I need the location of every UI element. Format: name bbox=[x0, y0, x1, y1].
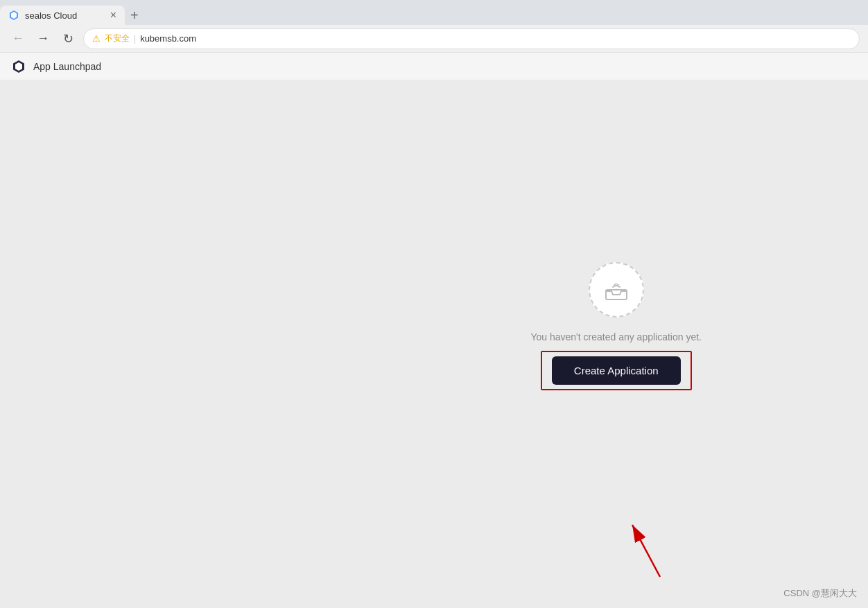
browser-chrome: sealos Cloud × + ← → ↻ ⚠ 不安全 | kubemsb.c… bbox=[0, 0, 868, 53]
empty-state: You haven't created any application yet.… bbox=[530, 262, 702, 385]
tab-close-button[interactable]: × bbox=[110, 10, 116, 21]
back-button[interactable]: ← bbox=[8, 29, 28, 49]
active-tab[interactable]: sealos Cloud × bbox=[0, 6, 125, 25]
create-button-wrapper: Create Application bbox=[552, 356, 681, 385]
tab-favicon bbox=[8, 10, 19, 21]
main-content: You haven't created any application yet.… bbox=[0, 80, 868, 608]
annotation-arrow bbox=[611, 511, 667, 580]
inbox-icon bbox=[602, 276, 630, 304]
svg-point-5 bbox=[615, 289, 617, 291]
nav-bar: ← → ↻ ⚠ 不安全 | kubemsb.com bbox=[0, 25, 868, 53]
insecure-label: 不安全 bbox=[105, 33, 130, 44]
svg-line-7 bbox=[632, 525, 660, 577]
security-warning-icon: ⚠ bbox=[92, 33, 101, 44]
watermark: CSDN @慧闲大大 bbox=[783, 587, 857, 600]
reload-button[interactable]: ↻ bbox=[58, 29, 78, 49]
app-header: App Launchpad bbox=[0, 53, 868, 80]
app-name-label: App Launchpad bbox=[33, 61, 101, 72]
address-bar[interactable]: ⚠ 不安全 | kubemsb.com bbox=[83, 28, 860, 49]
tab-bar: sealos Cloud × + bbox=[0, 0, 868, 25]
app-logo-icon bbox=[11, 59, 26, 74]
new-tab-button[interactable]: + bbox=[125, 8, 144, 24]
empty-state-icon-circle bbox=[589, 262, 644, 318]
empty-state-message: You haven't created any application yet. bbox=[530, 331, 702, 342]
tab-title: sealos Cloud bbox=[25, 10, 105, 21]
url-display: kubemsb.com bbox=[140, 33, 196, 44]
forward-button[interactable]: → bbox=[33, 29, 53, 49]
address-separator: | bbox=[134, 34, 136, 44]
create-application-button[interactable]: Create Application bbox=[552, 356, 681, 385]
